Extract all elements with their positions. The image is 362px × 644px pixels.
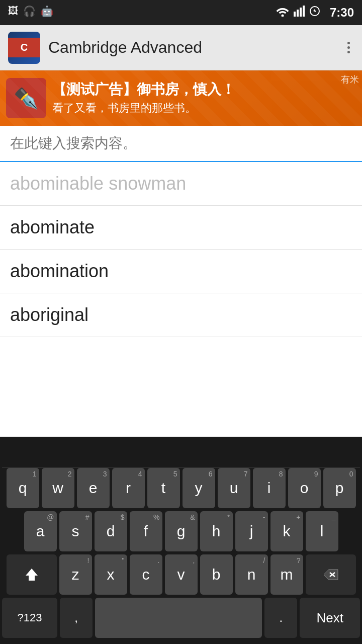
key-123[interactable]: ?123 xyxy=(2,598,57,638)
overflow-menu-button[interactable] xyxy=(343,38,354,57)
svg-rect-3 xyxy=(300,8,302,17)
wifi-icon xyxy=(276,6,290,20)
key-g[interactable]: g& xyxy=(165,511,198,551)
key-i[interactable]: i8 xyxy=(253,468,286,508)
key-period[interactable]: . xyxy=(264,598,297,638)
app-title: Cambridge Advanced xyxy=(48,38,343,57)
svg-point-0 xyxy=(281,15,284,17)
keyboard-row-3: z! x" c. v, b n/ m? xyxy=(2,554,360,595)
word-list: abominable snowman abominate abomination… xyxy=(0,162,362,437)
key-u[interactable]: u7 xyxy=(218,468,250,508)
battery-icon xyxy=(309,6,321,20)
shift-key[interactable] xyxy=(7,554,57,595)
search-input[interactable] xyxy=(10,135,352,151)
keyboard-row-2: a@ s# d$ f% g& h* j- k+ l_ xyxy=(2,511,360,551)
key-space[interactable] xyxy=(95,598,262,638)
key-comma[interactable]: , xyxy=(60,598,93,638)
status-bar: 🖼 🎧 🤖 7:30 xyxy=(0,0,362,25)
word-item-aboriginal[interactable]: aboriginal xyxy=(0,293,362,337)
ad-content: 【测试广告】御书房，慎入！ 看了又看，书房里的那些书。 xyxy=(52,80,356,116)
word-item-abominable-snowman[interactable]: abominable snowman xyxy=(0,162,362,206)
svg-rect-4 xyxy=(303,6,305,17)
key-d[interactable]: d$ xyxy=(95,511,127,551)
key-b[interactable]: b xyxy=(200,554,233,595)
key-next[interactable]: Next xyxy=(300,598,360,638)
android-status-icon: 🤖 xyxy=(41,5,53,17)
key-y[interactable]: y6 xyxy=(183,468,215,508)
backspace-key[interactable] xyxy=(306,554,356,595)
key-x[interactable]: x" xyxy=(95,554,127,595)
key-p[interactable]: p0 xyxy=(323,468,356,508)
key-w[interactable]: w2 xyxy=(42,468,74,508)
headset-status-icon: 🎧 xyxy=(23,5,36,17)
key-l[interactable]: l_ xyxy=(306,511,338,551)
time-display: 7:30 xyxy=(330,6,354,20)
ad-icon: ✒️ xyxy=(6,78,46,118)
key-m[interactable]: m? xyxy=(270,554,303,595)
ad-subtitle: 看了又看，书房里的那些书。 xyxy=(52,101,356,116)
word-item-abomination[interactable]: abomination xyxy=(0,250,362,293)
key-n[interactable]: n/ xyxy=(235,554,268,595)
word-item-abominate[interactable]: abominate xyxy=(0,206,362,250)
ad-title: 【测试广告】御书房，慎入！ xyxy=(52,80,356,99)
key-t[interactable]: t5 xyxy=(147,468,180,508)
keyboard: q1 w2 e3 r4 t5 y6 u7 i8 o9 p0 a@ s# d$ f… xyxy=(0,437,362,644)
svg-rect-2 xyxy=(297,10,299,17)
signal-icon xyxy=(294,6,305,20)
key-e[interactable]: e3 xyxy=(77,468,110,508)
svg-marker-6 xyxy=(26,569,38,581)
keyboard-row-4: ?123 , . Next xyxy=(2,598,360,638)
keyboard-row-1: q1 w2 e3 r4 t5 y6 u7 i8 o9 p0 xyxy=(2,468,360,508)
key-j[interactable]: j- xyxy=(235,511,268,551)
key-f[interactable]: f% xyxy=(130,511,162,551)
status-left-icons: 🖼 🎧 🤖 xyxy=(8,5,53,17)
key-h[interactable]: h* xyxy=(200,511,233,551)
key-s[interactable]: s# xyxy=(59,511,92,551)
app-icon: C xyxy=(8,32,40,64)
status-icons-right: 7:30 xyxy=(276,6,354,20)
svg-rect-1 xyxy=(294,12,296,17)
search-bar[interactable] xyxy=(0,126,362,162)
key-v[interactable]: v, xyxy=(165,554,198,595)
key-z[interactable]: z! xyxy=(59,554,92,595)
image-status-icon: 🖼 xyxy=(8,5,18,17)
ad-banner[interactable]: ✒️ 【测试广告】御书房，慎入！ 看了又看，书房里的那些书。 有米 xyxy=(0,70,362,126)
key-o[interactable]: o9 xyxy=(288,468,321,508)
key-a[interactable]: a@ xyxy=(24,511,57,551)
key-r[interactable]: r4 xyxy=(112,468,145,508)
key-k[interactable]: k+ xyxy=(270,511,303,551)
app-bar: C Cambridge Advanced xyxy=(0,25,362,70)
key-q[interactable]: q1 xyxy=(7,468,39,508)
key-c[interactable]: c. xyxy=(130,554,162,595)
keyboard-suggestion-row xyxy=(2,440,360,468)
